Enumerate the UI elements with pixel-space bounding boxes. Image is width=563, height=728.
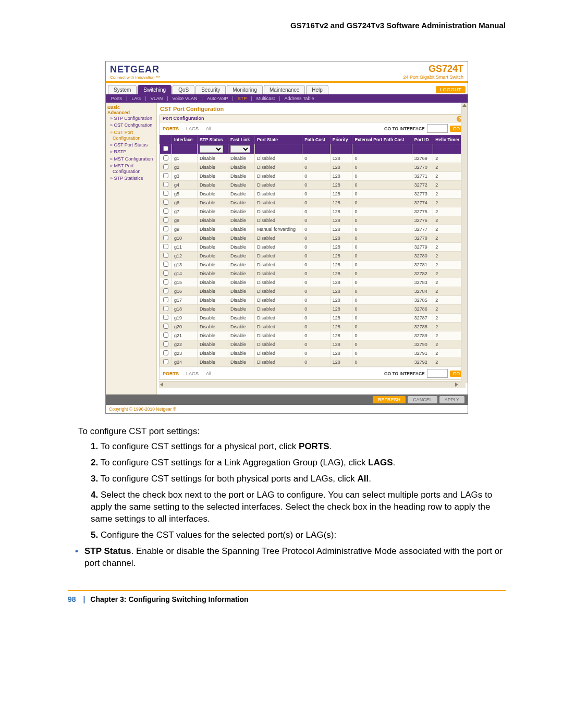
tab-switching[interactable]: Switching bbox=[138, 85, 172, 94]
row-checkbox[interactable] bbox=[163, 182, 168, 187]
horizontal-scrollbar[interactable] bbox=[159, 381, 466, 388]
sidebar-item[interactable]: » MST Configuration bbox=[108, 156, 156, 163]
cell-pathcost: 0 bbox=[302, 252, 331, 261]
filter-ports-bot[interactable]: PORTS bbox=[163, 371, 179, 376]
cell-priority: 128 bbox=[330, 216, 352, 225]
row-checkbox[interactable] bbox=[163, 341, 168, 347]
cell-stp: Disable bbox=[197, 154, 228, 163]
sidebar-item[interactable]: » CST Port Status bbox=[108, 142, 156, 149]
row-checkbox[interactable] bbox=[163, 332, 168, 338]
cell-extpathcost: 0 bbox=[352, 323, 412, 331]
cell-portstate: Disabled bbox=[254, 314, 302, 323]
subnav-voice-vlan[interactable]: Voice VLAN bbox=[170, 96, 200, 101]
table-row: g13DisableDisableDisabled01280327812 bbox=[160, 261, 465, 269]
footer-line: 98 | Chapter 3: Configuring Switching In… bbox=[68, 595, 506, 603]
subnav-ports[interactable]: Ports bbox=[109, 96, 124, 101]
tab-qos[interactable]: QoS bbox=[173, 85, 194, 94]
sidebar-item[interactable]: » STP Configuration bbox=[108, 115, 156, 122]
cell-portid: 32783 bbox=[412, 278, 433, 287]
tab-security[interactable]: Security bbox=[195, 85, 226, 94]
cell-pathcost: 0 bbox=[302, 216, 331, 225]
goto-input-bot[interactable] bbox=[427, 369, 448, 378]
row-checkbox[interactable] bbox=[163, 191, 168, 196]
row-checkbox[interactable] bbox=[163, 262, 168, 267]
cell-priority: 128 bbox=[330, 269, 352, 278]
cell-hellotimer: 2 bbox=[433, 225, 465, 234]
vertical-scrollbar[interactable] bbox=[461, 103, 468, 383]
cell-interface: g19 bbox=[172, 314, 198, 323]
row-checkbox[interactable] bbox=[163, 297, 168, 302]
subnav-address-table[interactable]: Address Table bbox=[283, 96, 316, 101]
row-checkbox[interactable] bbox=[163, 350, 168, 355]
apply-button[interactable]: APPLY bbox=[439, 396, 464, 403]
row-checkbox[interactable] bbox=[163, 359, 168, 364]
cell-pathcost: 0 bbox=[302, 154, 331, 163]
goto-input[interactable] bbox=[427, 124, 448, 133]
logout-button[interactable]: LOGOUT bbox=[436, 86, 466, 93]
row-checkbox[interactable] bbox=[163, 200, 168, 205]
sidebar-item[interactable]: » CST Port Configuration bbox=[108, 129, 156, 142]
tab-system[interactable]: System bbox=[108, 85, 137, 94]
sidebar-item[interactable]: » MST Port Configuration bbox=[108, 163, 156, 176]
sidebar-item[interactable]: » CST Configuration bbox=[108, 122, 156, 129]
cell-stp: Disable bbox=[197, 287, 228, 296]
table-row: g1DisableDisableDisabled01280327692 bbox=[160, 154, 465, 163]
row-checkbox[interactable] bbox=[163, 235, 168, 240]
cell-priority: 128 bbox=[330, 287, 352, 296]
filter-lags-bot[interactable]: LAGS bbox=[186, 371, 199, 376]
row-checkbox[interactable] bbox=[163, 173, 168, 178]
row-checkbox[interactable] bbox=[163, 315, 168, 320]
row-checkbox[interactable] bbox=[163, 306, 168, 311]
table-row: g18DisableDisableDisabled01280327862 bbox=[160, 305, 465, 314]
cell-portstate: Disabled bbox=[254, 340, 302, 349]
row-checkbox[interactable] bbox=[163, 155, 168, 161]
cell-fastlink: Disable bbox=[228, 234, 254, 243]
cancel-button[interactable]: CANCEL bbox=[408, 396, 437, 403]
step-item: 4. Select the check box next to the port… bbox=[91, 489, 506, 525]
filter-lags[interactable]: LAGS bbox=[186, 126, 199, 131]
subnav-lag[interactable]: LAG bbox=[129, 96, 143, 101]
cell-hellotimer: 2 bbox=[433, 323, 465, 331]
row-checkbox[interactable] bbox=[163, 164, 168, 169]
cell-pathcost: 0 bbox=[302, 287, 331, 296]
cell-pathcost: 0 bbox=[302, 163, 331, 172]
row-checkbox[interactable] bbox=[163, 208, 168, 214]
subnav-stp[interactable]: STP bbox=[236, 96, 249, 101]
filter-ports[interactable]: PORTS bbox=[163, 126, 179, 131]
row-checkbox[interactable] bbox=[163, 226, 168, 231]
step-item: 2. To configure CST settings for a Link … bbox=[91, 457, 506, 469]
row-checkbox[interactable] bbox=[163, 288, 168, 293]
cell-priority: 128 bbox=[330, 172, 352, 181]
tab-help[interactable]: Help bbox=[306, 85, 328, 94]
stp-status-select[interactable] bbox=[200, 145, 223, 153]
tab-maintenance[interactable]: Maintenance bbox=[264, 85, 305, 94]
refresh-button[interactable]: REFRESH bbox=[373, 396, 406, 403]
subnav-multicast[interactable]: Multicast bbox=[254, 96, 277, 101]
cell-pathcost: 0 bbox=[302, 349, 331, 358]
subnav-vlan[interactable]: VLAN bbox=[149, 96, 165, 101]
filter-all-bot[interactable]: All bbox=[206, 371, 211, 376]
row-checkbox[interactable] bbox=[163, 270, 168, 276]
step-item: 3. To configure CST settings for both ph… bbox=[91, 473, 506, 485]
cell-pathcost: 0 bbox=[302, 172, 331, 181]
fast-link-select[interactable] bbox=[230, 145, 250, 153]
row-checkbox[interactable] bbox=[163, 253, 168, 258]
tab-monitoring[interactable]: Monitoring bbox=[227, 85, 263, 94]
cell-stp: Disable bbox=[197, 269, 228, 278]
row-checkbox[interactable] bbox=[163, 279, 168, 285]
doc-title: GS716Tv2 and GS724Tv3 Software Administr… bbox=[68, 21, 506, 61]
sidebar-item[interactable]: » STP Statistics bbox=[108, 175, 156, 182]
table-row: g22DisableDisableDisabled01280327902 bbox=[160, 340, 465, 349]
row-checkbox[interactable] bbox=[163, 244, 168, 249]
select-all-checkbox[interactable] bbox=[163, 146, 168, 151]
subnav-auto-voip[interactable]: Auto-VoIP bbox=[205, 96, 230, 101]
filter-all[interactable]: All bbox=[206, 126, 211, 131]
cell-extpathcost: 0 bbox=[352, 305, 412, 314]
cell-stp: Disable bbox=[197, 243, 228, 252]
cell-portstate: Disabled bbox=[254, 163, 302, 172]
sidebar-item[interactable]: » RSTP bbox=[108, 149, 156, 155]
cell-interface: g9 bbox=[172, 225, 198, 234]
row-checkbox[interactable] bbox=[163, 217, 168, 223]
row-checkbox[interactable] bbox=[163, 324, 168, 329]
cell-portstate: Disabled bbox=[254, 269, 302, 278]
